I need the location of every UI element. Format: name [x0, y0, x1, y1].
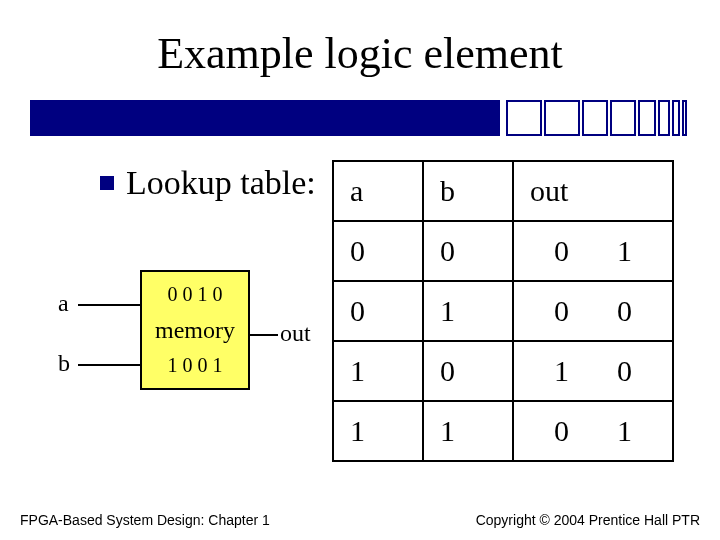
wire-b — [78, 364, 140, 366]
cell-out-1: 0 — [554, 234, 569, 268]
memory-bottom-bits: 1 0 0 1 — [168, 354, 223, 377]
stripe-box — [544, 100, 580, 136]
memory-diagram: a b 0 0 1 0 memory 1 0 0 1 out — [40, 260, 320, 420]
header-a: a — [333, 161, 423, 221]
cell-a: 0 — [333, 221, 423, 281]
cell-out-1: 1 — [554, 354, 569, 388]
cell-out-2: 1 — [617, 234, 632, 268]
bullet-square-icon — [100, 176, 114, 190]
footer-left: FPGA-Based System Design: Chapter 1 — [20, 512, 270, 528]
wire-a — [78, 304, 140, 306]
stripe-box — [682, 100, 687, 136]
cell-a: 1 — [333, 341, 423, 401]
cell-out-1: 0 — [554, 294, 569, 328]
stripe-box — [672, 100, 680, 136]
footer-right: Copyright © 2004 Prentice Hall PTR — [476, 512, 700, 528]
table-row: 1 0 1 0 — [333, 341, 673, 401]
cell-out: 0 1 — [513, 221, 673, 281]
table-header-row: a b out — [333, 161, 673, 221]
slide: Example logic element Lookup table: a b … — [0, 0, 720, 540]
memory-block: 0 0 1 0 memory 1 0 0 1 — [140, 270, 250, 390]
table-row: 0 1 0 0 — [333, 281, 673, 341]
wire-out — [250, 334, 278, 336]
stripe-solid — [30, 100, 500, 136]
cell-out: 0 1 — [513, 401, 673, 461]
cell-b: 0 — [423, 221, 513, 281]
bullet-row: Lookup table: — [100, 164, 316, 202]
stripe-box — [638, 100, 656, 136]
header-out: out — [513, 161, 673, 221]
cell-out: 0 0 — [513, 281, 673, 341]
cell-out-2: 0 — [617, 294, 632, 328]
cell-b: 1 — [423, 281, 513, 341]
header-b: b — [423, 161, 513, 221]
input-b-label: b — [58, 350, 70, 377]
cell-out: 1 0 — [513, 341, 673, 401]
stripe-boxes — [504, 100, 687, 136]
stripe-box — [582, 100, 608, 136]
stripe-box — [506, 100, 542, 136]
cell-b: 1 — [423, 401, 513, 461]
cell-out-1: 0 — [554, 414, 569, 448]
table-row: 1 1 0 1 — [333, 401, 673, 461]
cell-a: 1 — [333, 401, 423, 461]
cell-out-2: 0 — [617, 354, 632, 388]
stripe-box — [658, 100, 670, 136]
cell-b: 0 — [423, 341, 513, 401]
truth-table: a b out 0 0 0 1 0 1 0 0 — [332, 160, 674, 462]
memory-top-bits: 0 0 1 0 — [168, 283, 223, 306]
cell-a: 0 — [333, 281, 423, 341]
slide-title: Example logic element — [0, 0, 720, 79]
memory-label: memory — [155, 317, 235, 344]
cell-out-2: 1 — [617, 414, 632, 448]
table-row: 0 0 0 1 — [333, 221, 673, 281]
stripe-box — [610, 100, 636, 136]
output-label: out — [280, 320, 311, 347]
input-a-label: a — [58, 290, 69, 317]
bullet-text: Lookup table: — [126, 164, 316, 202]
decorative-stripe — [30, 100, 690, 136]
